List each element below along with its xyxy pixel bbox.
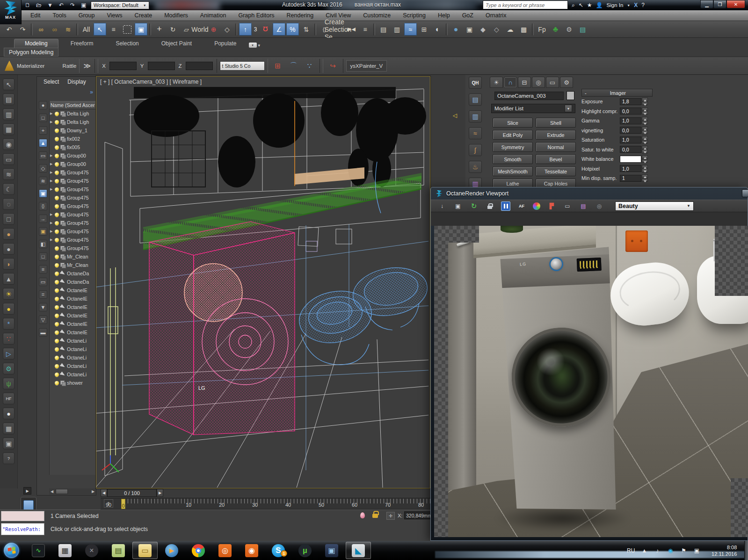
reference-coord-dropdown[interactable]: World (194, 23, 206, 36)
scene-object-row[interactable]: ▶ fix002 (50, 135, 96, 143)
track-bar[interactable]: 10 20 30 40 50 60 70 80 90 0 (101, 498, 430, 510)
material-editor-icon[interactable]: ◐ (431, 23, 444, 36)
spinner-control[interactable] (642, 146, 648, 153)
taskbar-screen-capture[interactable]: ◎ (212, 542, 238, 559)
utilities-tab[interactable]: ⚙ (560, 77, 573, 88)
tray-quick-launch-icon[interactable]: ◉ (667, 547, 674, 554)
3dsmax-logo[interactable]: MAX (0, 0, 22, 24)
visibility-bulb-icon[interactable] (55, 154, 59, 158)
plugin-tools-icon[interactable]: ⚙ (563, 23, 575, 36)
filter-lights-icon[interactable]: ▲ (39, 139, 47, 147)
schematic-view-icon[interactable]: ⊞ (418, 23, 430, 36)
render-iterative-icon[interactable]: ◇ (490, 23, 503, 36)
link-icon[interactable]: ∞ (35, 23, 47, 36)
visibility-bulb-icon[interactable] (55, 196, 59, 200)
selection-lock-icon[interactable] (372, 514, 378, 518)
start-button[interactable] (4, 543, 19, 558)
snowflake-icon[interactable]: * (3, 318, 15, 330)
visibility-bulb-icon[interactable] (55, 288, 59, 293)
grid-icon[interactable]: ▦ (3, 423, 15, 434)
filter-groups-icon[interactable]: ▣ (39, 189, 47, 198)
imager-param-field[interactable]: 0,0 (620, 127, 641, 134)
grey-sphere-icon[interactable]: ● (3, 408, 15, 419)
undo-icon[interactable]: ↶ (3, 23, 15, 36)
forestpack-icon[interactable]: Fp (536, 23, 548, 36)
scene-object-row[interactable]: ▶ Group475 (50, 227, 96, 236)
lock-icon[interactable] (485, 201, 494, 211)
menu-item[interactable]: Modifiers (158, 10, 194, 21)
imager-param-field[interactable]: 1,0 (620, 117, 641, 124)
expand-arrow-icon[interactable]: ▶ (50, 112, 54, 115)
taskbar-skype[interactable]: S (266, 542, 291, 559)
cone-icon[interactable]: ▲ (3, 273, 15, 285)
spheres-icon[interactable]: ◌ (3, 198, 15, 210)
minimize-button[interactable]: ▁ (700, 0, 713, 8)
modifier-button[interactable]: Extrude (536, 130, 576, 140)
scene-object-row[interactable]: ▶ Delta Ligh (50, 118, 96, 126)
display-compact-icon[interactable]: = (39, 290, 47, 299)
menu-item[interactable]: Animation (194, 10, 232, 21)
expand-arrow-icon[interactable]: ▶ (50, 213, 54, 216)
taskbar-resource-monitor[interactable]: ∿ (26, 542, 51, 559)
particle-dots-icon[interactable]: ∵ (304, 60, 316, 72)
scene-object-row[interactable]: ▶ Group475 (50, 177, 96, 185)
ribbon-tab[interactable]: Modeling (14, 39, 58, 48)
filter-geometry-icon[interactable]: □ (39, 114, 47, 122)
maxscript-listener-line[interactable]: "ResolvePath: (1, 523, 44, 535)
modifier-button[interactable]: Edit Poly (493, 130, 533, 140)
scene-object-row[interactable]: ▶ OctaneDa (50, 278, 96, 286)
octane-minimize-button[interactable] (742, 189, 748, 197)
filter-containers-icon[interactable]: ▣ (39, 227, 47, 236)
gold-sphere-icon[interactable]: ● (3, 303, 15, 315)
visibility-bulb-icon[interactable] (55, 347, 59, 352)
rattle-button[interactable]: Rattle (62, 63, 76, 69)
grid-measure-icon[interactable]: ⊞ (272, 60, 284, 72)
visibility-bulb-icon[interactable] (55, 356, 59, 360)
modify-tab[interactable]: ∩ (504, 77, 517, 88)
menu-item[interactable]: Customize (357, 10, 397, 21)
hf-icon[interactable]: HF (3, 393, 15, 404)
menu-item[interactable]: Help (432, 10, 456, 21)
y-axis-field[interactable] (148, 62, 175, 70)
sphere-icon[interactable]: ● (3, 243, 15, 255)
viewport-label[interactable]: [ + ] [ OctaneCamera_003 ] [ Wireframe ] (100, 79, 202, 85)
visibility-bulb-icon[interactable] (55, 221, 59, 225)
select-scale-icon[interactable]: ▱ (180, 23, 193, 36)
exchange-icon[interactable]: X (634, 2, 638, 8)
taskbar-xsplit[interactable]: × (79, 542, 104, 559)
scene-object-row[interactable]: ▶ fix005 (50, 143, 96, 151)
imager-header[interactable]: - Imager (581, 89, 653, 97)
scene-object-row[interactable]: ▶ Group475 (50, 185, 96, 194)
redo-quick-icon[interactable]: ↷ (68, 1, 77, 9)
curve-arrow-icon[interactable]: ↪ (327, 60, 339, 72)
object-name-field[interactable]: OctaneCamera_003 (494, 92, 564, 100)
show-desktop-button[interactable] (744, 541, 748, 560)
polygon-modeling-panel[interactable]: Polygon Modeling (4, 48, 58, 57)
list-view-icon[interactable]: ▤ (576, 23, 589, 36)
scene-object-row[interactable]: ▶ OctaneIE (50, 311, 96, 320)
visibility-bulb-icon[interactable] (55, 171, 59, 175)
select-rotate-icon[interactable]: ↻ (167, 23, 179, 36)
visibility-bulb-icon[interactable] (55, 230, 59, 234)
visibility-bulb-icon[interactable] (55, 238, 59, 242)
scene-object-row[interactable]: ▶ shower (50, 379, 96, 387)
taskbar-explorer[interactable]: ▭ (132, 542, 158, 559)
align-icon[interactable]: ≡ (359, 23, 371, 36)
list-panel-icon[interactable]: ▤ (469, 93, 482, 106)
copy-clipboard-icon[interactable]: ▣ (453, 201, 463, 211)
chevron-down-icon[interactable]: ▼ (627, 4, 630, 7)
visibility-bulb-icon[interactable] (55, 112, 59, 116)
monitor-icon[interactable]: ▥ (3, 108, 15, 120)
render-setup-icon[interactable]: ● (450, 23, 462, 36)
transform-type-in-icon[interactable]: ✛ (386, 512, 395, 520)
x-axis-field[interactable] (109, 62, 137, 70)
materializer-button[interactable]: Materializer (17, 63, 44, 69)
menu-item[interactable]: Scripting (397, 10, 432, 21)
clay-ball-icon[interactable]: ● (3, 228, 15, 240)
ribbon-minimize-dropdown[interactable]: ▼ ▾ (249, 43, 263, 48)
save-file-icon[interactable]: ▼ (46, 1, 54, 9)
taskbar-media-player[interactable]: ▶ (159, 542, 184, 559)
filter-advanced-icon[interactable]: ▽ (39, 316, 47, 324)
visibility-bulb-icon[interactable] (55, 213, 59, 217)
visibility-bulb-icon[interactable] (55, 297, 59, 301)
